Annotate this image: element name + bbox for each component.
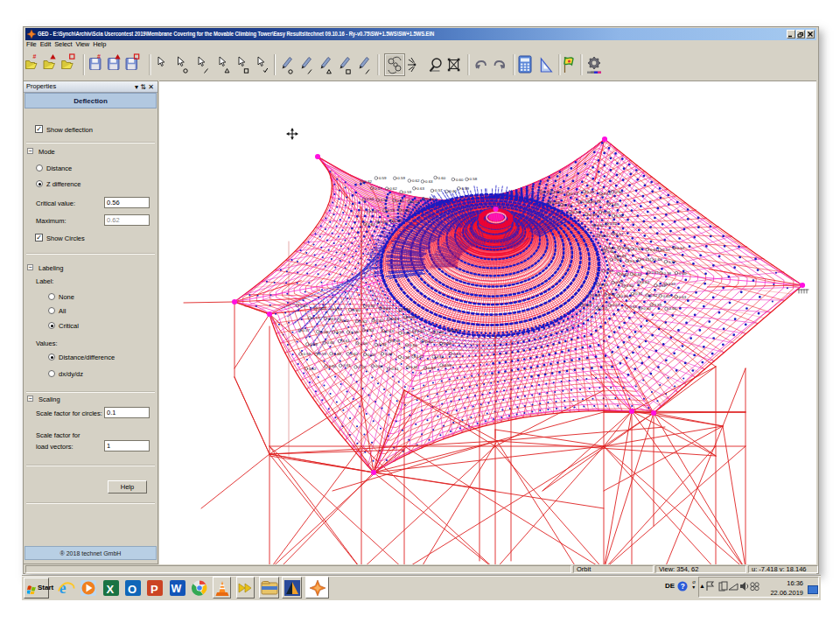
svg-text:?: ? — [681, 582, 685, 591]
svg-text:0.62: 0.62 — [556, 190, 564, 194]
svg-text:0.60: 0.60 — [375, 364, 383, 368]
svg-text:0.57: 0.57 — [372, 209, 380, 214]
svg-text:0.62: 0.62 — [334, 352, 342, 356]
svg-text:0.61: 0.61 — [604, 192, 612, 196]
svg-text:0.57: 0.57 — [543, 190, 551, 194]
svg-text:0.63: 0.63 — [426, 197, 434, 201]
svg-text:0.58: 0.58 — [394, 219, 402, 223]
svg-text:0.62: 0.62 — [616, 280, 624, 284]
svg-text:0.59: 0.59 — [336, 330, 344, 334]
svg-text:0.62: 0.62 — [381, 220, 388, 224]
svg-text:0.58: 0.58 — [603, 210, 611, 214]
svg-text:0.62: 0.62 — [597, 223, 605, 228]
svg-text:0.62: 0.62 — [416, 354, 424, 359]
svg-text:0.62: 0.62 — [621, 272, 629, 276]
svg-text:0.63: 0.63 — [589, 213, 597, 217]
svg-text:0.61: 0.61 — [650, 248, 658, 252]
svg-text:0.62: 0.62 — [412, 200, 420, 204]
svg-text:0.60: 0.60 — [329, 364, 337, 368]
svg-text:0.58: 0.58 — [408, 315, 416, 319]
svg-text:#: # — [97, 53, 101, 60]
svg-text:0.62: 0.62 — [609, 221, 617, 226]
svg-text:0.60: 0.60 — [612, 202, 620, 206]
svg-text:0.62: 0.62 — [658, 284, 666, 288]
svg-text:0.61: 0.61 — [437, 354, 444, 359]
svg-text:0.57: 0.57 — [374, 186, 382, 191]
svg-text:0.59: 0.59 — [587, 190, 595, 194]
svg-text:0.60: 0.60 — [327, 340, 335, 345]
svg-text:0.58: 0.58 — [664, 271, 672, 276]
svg-text:0.60: 0.60 — [564, 203, 572, 207]
svg-text:0.57: 0.57 — [668, 260, 676, 264]
svg-text:0.60: 0.60 — [367, 328, 374, 332]
svg-text:0.61: 0.61 — [642, 257, 650, 262]
svg-text:0.57: 0.57 — [612, 303, 620, 307]
svg-text:0.57: 0.57 — [452, 328, 460, 332]
svg-text:0.60: 0.60 — [437, 330, 444, 334]
svg-text:0.57: 0.57 — [359, 365, 367, 369]
svg-text:0.57: 0.57 — [601, 234, 609, 238]
svg-text:0.63: 0.63 — [654, 257, 662, 262]
svg-text:0.60: 0.60 — [438, 176, 446, 180]
svg-text:0.59: 0.59 — [397, 176, 405, 180]
svg-text:0.60: 0.60 — [410, 343, 417, 347]
svg-text:0.62: 0.62 — [365, 179, 373, 184]
svg-text:0.58: 0.58 — [470, 177, 478, 181]
svg-text:0.58: 0.58 — [402, 355, 410, 360]
svg-text:0.61: 0.61 — [343, 363, 351, 368]
svg-text:0.62: 0.62 — [351, 352, 359, 356]
svg-text:0.63: 0.63 — [679, 295, 687, 299]
svg-text:0.59: 0.59 — [367, 197, 374, 201]
svg-text:0.58: 0.58 — [654, 303, 662, 307]
svg-text:0.62: 0.62 — [650, 293, 658, 298]
svg-text:0.60: 0.60 — [318, 306, 326, 311]
svg-text:0.59: 0.59 — [461, 186, 469, 191]
svg-text:0.61: 0.61 — [416, 329, 424, 333]
svg-text:0.60: 0.60 — [679, 271, 687, 276]
svg-text:0.57: 0.57 — [630, 259, 638, 263]
svg-text:0.58: 0.58 — [385, 352, 393, 356]
svg-text:0.63: 0.63 — [328, 317, 336, 321]
svg-text:0.61: 0.61 — [651, 270, 659, 275]
svg-text:0.57: 0.57 — [616, 232, 624, 236]
svg-text:0.61: 0.61 — [450, 189, 458, 193]
svg-text:0.59: 0.59 — [379, 176, 387, 180]
svg-text:0.59: 0.59 — [404, 190, 412, 194]
svg-text:0.63: 0.63 — [606, 269, 613, 273]
svg-text:0.60: 0.60 — [607, 249, 615, 254]
svg-text:0.58: 0.58 — [593, 200, 601, 204]
svg-text:0.63: 0.63 — [416, 186, 424, 191]
svg-text:0.60: 0.60 — [615, 190, 623, 194]
svg-text:0.60: 0.60 — [622, 246, 630, 250]
svg-text:0.60: 0.60 — [456, 178, 464, 182]
svg-text:0.60: 0.60 — [643, 306, 651, 311]
svg-text:0.58: 0.58 — [552, 200, 560, 205]
svg-text:0.58: 0.58 — [444, 341, 452, 346]
svg-text:0.63: 0.63 — [584, 303, 592, 307]
svg-text:0.57: 0.57 — [303, 328, 311, 332]
svg-text:0.59: 0.59 — [444, 363, 452, 368]
svg-text:0.57: 0.57 — [677, 246, 685, 250]
svg-text:0.57: 0.57 — [381, 198, 388, 202]
svg-text:0.61: 0.61 — [342, 339, 350, 343]
svg-text:0.60: 0.60 — [626, 284, 634, 288]
svg-text:0.60: 0.60 — [368, 304, 375, 308]
svg-text:0.63: 0.63 — [383, 306, 391, 311]
svg-text:0.59: 0.59 — [303, 352, 311, 356]
svg-text:0.58: 0.58 — [310, 342, 318, 346]
svg-text:0.60: 0.60 — [353, 308, 360, 312]
svg-text:O: O — [128, 583, 136, 596]
svg-text:0.63: 0.63 — [386, 329, 394, 333]
svg-text:0.61: 0.61 — [635, 291, 643, 296]
svg-text:0.61: 0.61 — [396, 199, 404, 203]
svg-text:0.63: 0.63 — [428, 366, 436, 370]
svg-text:0.58: 0.58 — [614, 257, 622, 262]
svg-text:0.63: 0.63 — [570, 192, 578, 196]
svg-text:0.60: 0.60 — [669, 306, 677, 311]
svg-text:0.62: 0.62 — [641, 280, 649, 284]
svg-text:0.59: 0.59 — [387, 208, 395, 213]
svg-text:0.62: 0.62 — [410, 365, 418, 369]
svg-text:0.62: 0.62 — [341, 318, 349, 323]
svg-text:0.63: 0.63 — [391, 317, 399, 321]
svg-text:0.62: 0.62 — [309, 367, 317, 371]
